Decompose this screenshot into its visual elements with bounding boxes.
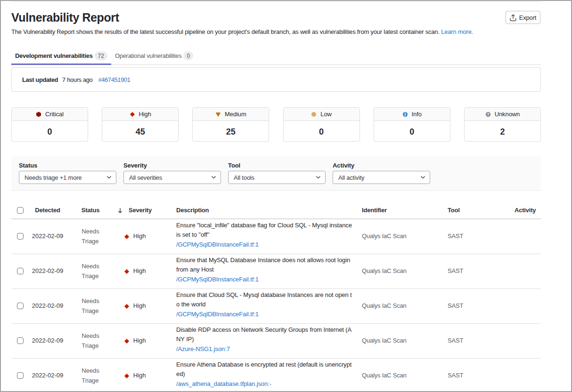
row-tool: SAST [441,371,507,381]
row-detected: 2022-02-09 [28,301,67,311]
page-title: Vulnerability Report [11,12,541,24]
row-description[interactable]: Ensure that Cloud SQL - Mysql database I… [176,291,352,308]
row-description-cell: Ensure Athena Database is encrypted at r… [155,360,355,389]
row-status: NeedsTriage [82,331,99,351]
severity-high-icon [130,112,135,117]
vulnerability-row: 2022-02-09 NeedsTriage High Ensure that … [11,254,541,289]
report-tabs: Development vulnerabilities 72 Operation… [11,47,541,65]
severity-card-header: ? Unknown [465,108,540,121]
column-header-detected[interactable]: Detected [28,206,67,216]
filter-label: Severity [123,161,221,169]
row-location-link[interactable]: /Azure-NSG1.json:7 [176,344,352,354]
export-button[interactable]: Export [506,11,540,24]
severity-card-header: High [102,108,178,121]
filter-bar: Status Needs triage +1 more Severity All… [11,156,541,191]
row-identifier: Qualys IaC Scan [355,301,441,311]
vulnerability-row: 2022-02-09 NeedsTriage High Ensure "loca… [11,219,541,254]
filter-dropdown[interactable]: All activity [333,171,430,184]
pipeline-link[interactable]: #467451901 [98,76,130,83]
severity-info-icon [402,112,408,117]
row-description-cell: Ensure that MySQL Database Instance does… [155,256,355,285]
row-checkbox[interactable] [17,268,24,274]
row-tool: SAST [441,266,507,276]
severity-unknown-icon: ? [485,112,491,117]
severity-card-count: 0 [284,121,360,141]
severity-card-count: 0 [12,121,88,141]
filter-dropdown-value: Needs triage +1 more [25,174,107,181]
severity-card-count: 45 [102,121,178,141]
column-header-tool[interactable]: Tool [441,206,507,216]
row-location-link[interactable]: /GCPMySqlDBInstanceFail.tf:1 [176,240,352,250]
column-header-severity[interactable]: Severity [114,206,155,216]
row-severity-label: High [133,371,146,381]
row-detected: 2022-02-09 [28,266,67,276]
row-checkbox[interactable] [17,233,24,240]
severity-card-header: Critical [12,108,88,121]
row-location-link[interactable]: /aws_athena_database.tfplan.json:- [176,379,352,389]
row-checkbox[interactable] [17,372,24,379]
row-identifier: Qualys IaC Scan [355,232,441,241]
column-header-status[interactable]: Status [67,206,114,216]
severity-card-label: Critical [45,111,64,118]
export-button-label: Export [519,14,536,21]
filter-severity: Severity All severities [123,161,221,190]
row-select-cell [11,303,28,310]
row-select-cell [11,233,28,240]
row-description[interactable]: Ensure "local_infile" database flag for … [176,222,352,239]
row-checkbox[interactable] [17,337,24,344]
chevron-down-icon [421,176,425,179]
chevron-down-icon [316,176,320,179]
row-location-link[interactable]: /GCPMySqlDBInstanceFail.tf:1 [176,310,352,320]
row-description-cell: Disable RDP access on Network Security G… [155,325,355,354]
select-all-cell [11,207,28,214]
row-description[interactable]: Disable RDP access on Network Security G… [176,326,351,343]
row-severity: High [114,371,155,381]
row-location-link[interactable]: /GCPMySqlDBInstanceFail.tf:1 [176,275,352,285]
severity-high-icon [124,304,130,309]
row-tool: SAST [441,336,507,346]
chevron-down-icon [107,176,111,179]
row-tool: SAST [441,301,507,311]
filter-dropdown-value: All severities [129,174,212,181]
tab-operational[interactable]: Operational vulnerabilities 0 [111,47,197,64]
filter-dropdown[interactable]: Needs triage +1 more [19,171,116,184]
learn-more-link[interactable]: Learn more. [441,28,473,35]
tab-count-badge: 72 [95,51,107,60]
row-status-cell: NeedsTriage [67,262,114,281]
filter-dropdown-value: All tools [234,174,316,181]
row-description[interactable]: Ensure Athena Database is encrypted at r… [176,361,351,378]
severity-summary: Critical 0 High 45 Medium 25 Low 0 Info … [11,107,541,142]
column-header-activity[interactable]: Activity [507,206,541,216]
row-select-cell [11,373,28,379]
row-status: NeedsTriage [82,296,99,316]
row-status-cell: NeedsTriage [67,227,114,246]
row-severity: High [114,266,155,276]
row-status: NeedsTriage [82,366,99,385]
severity-card-label: Info [412,111,422,118]
last-updated-panel: Last updated 7 hours ago #467451901 [11,67,541,92]
row-checkbox[interactable] [17,303,24,309]
row-severity-label: High [133,301,146,311]
severity-high-icon [124,269,130,274]
vulnerability-report-page: Vulnerability Report Export The Vulnerab… [0,0,572,392]
severity-card-label: Medium [225,111,246,118]
tab-development[interactable]: Development vulnerabilities 72 [11,47,111,64]
filter-label: Tool [228,161,326,169]
filter-dropdown[interactable]: All tools [228,171,326,184]
severity-card-header: Medium [193,108,269,121]
column-header-identifier[interactable]: Identifier [355,206,441,216]
severity-card-label: High [139,111,151,118]
severity-card-medium: Medium 25 [192,107,269,142]
row-detected: 2022-02-09 [28,336,67,346]
filter-label: Activity [333,161,430,169]
row-status-cell: NeedsTriage [67,331,114,351]
column-header-description[interactable]: Description [155,206,355,216]
filter-status: Status Needs triage +1 more [19,161,116,190]
filter-dropdown[interactable]: All severities [123,171,221,184]
severity-high-icon [124,338,130,344]
row-identifier: Qualys IaC Scan [355,371,441,381]
row-description[interactable]: Ensure that MySQL Database Instance does… [176,256,350,273]
severity-card-header: Info [374,108,450,121]
select-all-checkbox[interactable] [17,207,24,214]
row-severity-label: High [133,266,146,276]
